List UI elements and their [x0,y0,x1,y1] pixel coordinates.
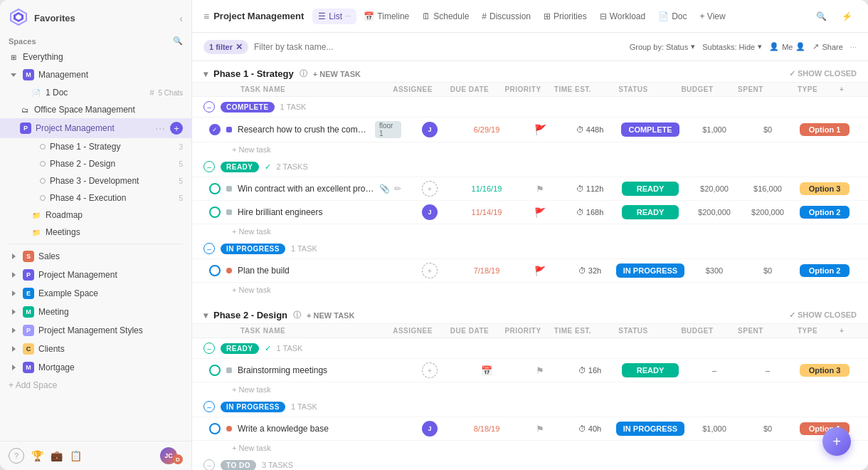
search-btn[interactable]: 🔍 [811,6,831,26]
tab-workload[interactable]: ⊟ Workload [594,9,651,24]
user-icon: 👤 [769,42,779,51]
task-name-win: Win contract with an excellent proposal … [238,184,401,194]
briefcase-icon[interactable]: 💼 [51,450,63,461]
pms-badge: P [23,325,34,336]
group-collapse-ready2[interactable]: – [203,343,215,354]
fab-add-btn[interactable]: + [822,427,851,456]
sidebar-item-meetings[interactable]: 📁 Meetings [0,224,191,241]
sidebar-item-management[interactable]: M Management [0,66,191,84]
favorites-label: Favorites [34,13,174,24]
sidebar-item-phase1[interactable]: Phase 1 - Strategy 3 [0,138,191,155]
sidebar-item-phase2[interactable]: Phase 2 - Design 5 [0,155,191,172]
tab-doc[interactable]: 📄 Doc [652,9,692,24]
paperclip-icon: 📎 [379,184,390,194]
cal-icon: 📅 [481,365,492,376]
group-collapse-ip2[interactable]: – [203,401,215,412]
task-check-hire[interactable] [203,207,226,218]
sidebar-item-clients[interactable]: C Clients [0,340,191,358]
sidebar-item-meeting[interactable]: M Meeting [0,303,191,321]
new-task-research[interactable]: + New task [192,142,868,157]
top-nav: ☰ List ··· 📅 Timeline 🗓 Schedule # Discu… [312,9,803,24]
table-row: ✓ Research how to crush the competition … [192,118,868,142]
group-ready2-count: 1 TASK [277,344,303,352]
sidebar-item-roadmap[interactable]: 📁 Roadmap [0,207,191,224]
new-task-ready[interactable]: + New task [192,224,868,239]
filter-clear-btn[interactable]: ✕ [235,42,243,52]
group-collapse-todo[interactable]: – [203,459,215,470]
sidebar-item-phase3[interactable]: Phase 3 - Development 5 [0,172,191,189]
calendar-icon[interactable]: 📋 [70,450,82,461]
sidebar-item-project-mgmt[interactable]: P Project Management ··· + [0,118,191,138]
circle-icon2 [40,161,46,167]
phase2-expand[interactable]: ▾ [203,310,208,320]
tab-list[interactable]: ☰ List ··· [312,9,356,24]
phase2-show-closed[interactable]: ✓ SHOW CLOSED [789,310,857,320]
help-icon[interactable]: ? [9,448,24,464]
phase1-header: ▾ Phase 1 - Strategy ⓘ + NEW TASK ✓ SHOW… [192,61,868,82]
chevron-right-mortgage [9,362,18,372]
task-assignee-wiki: J [401,421,458,437]
task-name-plan: Plan the build [238,266,401,276]
filter-input[interactable] [254,42,624,52]
task-due-hire: 11/14/19 [458,208,515,216]
phase1-show-closed[interactable]: ✓ SHOW CLOSED [789,69,857,78]
phase1-add-task[interactable]: + NEW TASK [313,70,361,78]
page-title: Project Management [213,11,304,21]
sidebar-collapse-btn[interactable]: ‹ [179,13,183,24]
add-space-btn[interactable]: + Add Space [0,377,191,394]
group-collapse-complete[interactable]: – [203,101,215,113]
group-by-btn[interactable]: Group by: Status ▾ [630,42,696,51]
trophy-icon[interactable]: 🏆 [31,450,43,461]
sidebar-item-mortgage[interactable]: M Mortgage [0,358,191,377]
group-collapse-ready[interactable]: – [203,161,215,172]
task-check-win[interactable] [203,183,226,194]
top-bar-right: 🔍 ⚡ [811,6,857,26]
subtasks-btn[interactable]: Subtasks: Hide ▾ [702,42,762,51]
sidebar-item-phase4[interactable]: Phase 4 - Execution 5 [0,189,191,207]
share-btn[interactable]: ↗ Share [813,42,842,51]
group-collapse-ip[interactable]: – [203,243,215,254]
sidebar-item-doc[interactable]: 📄 1 Doc # 5 Chats [0,84,191,101]
task-check-research[interactable]: ✓ [203,124,226,135]
task-dot-plan [226,268,232,273]
spaces-search-icon[interactable]: 🔍 [173,36,183,46]
group-ready-phase1: – READY ✓ 2 TASKS [192,157,868,177]
sidebar-item-everything[interactable]: ⊞ Everything [0,48,191,66]
new-task-brain[interactable]: + New task [192,382,868,397]
tab-timeline[interactable]: 📅 Timeline [358,9,415,24]
toolbar-right: Group by: Status ▾ Subtasks: Hide ▾ 👤 Me… [630,42,857,51]
phase2-add-task[interactable]: + NEW TASK [307,311,354,320]
table-row: Plan the build + 7/18/19 🚩 ⏱ 32h [192,259,868,283]
group-ready-phase2: – READY ✓ 1 TASK [192,338,868,359]
sidebar-item-office[interactable]: 🗂 Office Space Management [0,101,191,118]
phase1-expand[interactable]: ▾ [203,69,208,79]
tab-schedule[interactable]: 🗓 Schedule [416,9,475,24]
task-assignee-brain: + [401,362,458,378]
tab-discussion[interactable]: # Discussion [476,9,536,24]
tab-add-view[interactable]: + View [694,9,731,24]
sidebar-item-sales[interactable]: S Sales [0,247,191,266]
task-check-brain[interactable] [203,365,226,376]
sidebar-item-example[interactable]: E Example Space [0,284,191,303]
new-task-wiki[interactable]: + New task [192,441,868,455]
new-task-ip[interactable]: + New task [192,283,868,297]
breadcrumb-icon: ≡ [203,11,209,22]
task-assignee-hire: J [401,204,458,220]
pm-add-btn[interactable]: + [170,122,183,135]
sidebar-header: Favorites ‹ [0,0,191,33]
sidebar-item-pm-styles[interactable]: P Project Management Styles [0,321,191,340]
task-type-research: Option 1 [793,123,857,136]
no-avatar3: + [422,362,438,378]
task-dot-win [226,186,232,192]
me-btn[interactable]: 👤 Me 👤 [769,42,805,51]
lightning-btn[interactable]: ⚡ [837,6,857,26]
task-check-plan[interactable] [203,265,226,276]
sidebar-item-project-mgmt2[interactable]: P Project Management [0,266,191,284]
task-check-wiki[interactable] [203,423,226,434]
more-options-btn[interactable]: ··· [850,43,857,51]
chevron-down-icon [9,70,18,80]
pm-options[interactable]: ··· [155,122,166,134]
tab-priorities[interactable]: ⊞ Priorities [538,9,593,24]
timeline-icon: 📅 [364,11,374,21]
group-complete-badge: COMPLETE [221,102,275,113]
